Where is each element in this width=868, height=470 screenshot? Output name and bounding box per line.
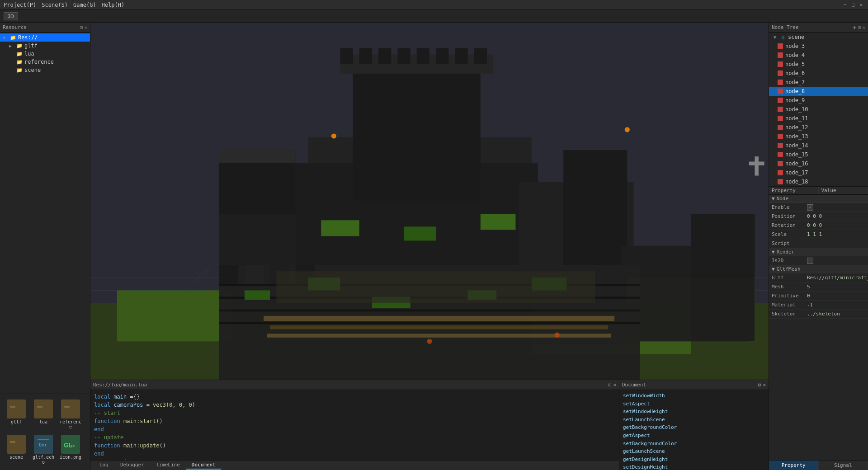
prop-value-gltf[interactable]: Res://gltf/minicraft_castl... <box>805 275 868 281</box>
node-item-4[interactable]: node_4 <box>769 51 868 60</box>
node-label: node_18 <box>785 179 808 185</box>
resource-icon-gltf-echo[interactable]: Ovr gltf.echo <box>31 433 56 466</box>
resource-close-icon[interactable]: ✕ <box>85 25 87 30</box>
node-item-18[interactable]: node_18 <box>769 177 868 186</box>
doc-expand-icon[interactable]: ⊡ <box>758 382 761 388</box>
svg-rect-5 <box>64 406 70 408</box>
viewport[interactable]: Res://gltf/minicraft_castle/minicraft_ca… <box>90 23 769 380</box>
node-item-8[interactable]: node_8 <box>769 87 868 96</box>
menu-project[interactable]: Project(P) <box>4 2 36 8</box>
prop-name-skeleton: Skeleton <box>769 311 805 317</box>
tab-timeline[interactable]: TimeLine <box>151 461 185 470</box>
prop-row-primitive: Primitive 0 <box>769 291 868 301</box>
node-item-3[interactable]: node_3 <box>769 42 868 51</box>
toolbar: 3D <box>0 10 868 23</box>
node-item-17[interactable]: node_17 <box>769 168 868 177</box>
menu-scene[interactable]: Scene(S) <box>42 2 68 8</box>
resource-icon-label: lua <box>39 419 47 424</box>
tree-item-scene[interactable]: 📁 scene <box>0 66 90 74</box>
is2d-checkbox[interactable] <box>807 258 813 264</box>
node-item-scene[interactable]: ▼ ◎ scene <box>769 33 868 42</box>
document-panel-title: Document <box>622 382 646 388</box>
node-item-10[interactable]: node_10 <box>769 105 868 114</box>
node-item-5[interactable]: node_5 <box>769 60 868 69</box>
tab-debugger[interactable]: Debugger <box>115 461 150 470</box>
node-item-6[interactable]: node_6 <box>769 69 868 78</box>
tree-item-gltf[interactable]: ▶ 📁 gltf <box>0 42 90 50</box>
resource-icon-gltf[interactable]: gltf <box>4 398 29 431</box>
resource-icon-lua[interactable]: lua <box>31 398 56 431</box>
prop-value-position[interactable]: 0 0 0 <box>805 213 868 219</box>
resource-icon-scene[interactable]: scene <box>4 433 29 466</box>
node-item-15[interactable]: node_15 <box>769 150 868 159</box>
node-label: node_13 <box>785 133 808 140</box>
svg-rect-63 <box>276 271 595 303</box>
doc-item[interactable]: setWindowHeight <box>623 408 765 416</box>
prop-col-property: Property <box>769 187 819 194</box>
maximize-button[interactable]: □ <box>850 2 856 8</box>
svg-rect-27 <box>117 291 232 342</box>
node-tree-expand-icon[interactable]: ⊡ <box>858 25 861 30</box>
node-item-11[interactable]: node_11 <box>769 114 868 123</box>
node-item-9[interactable]: node_9 <box>769 96 868 105</box>
prop-group-node[interactable]: ▼ Node <box>769 195 868 203</box>
doc-item[interactable]: setAspect <box>623 400 765 408</box>
resource-tree: ▼ 📁 Res:// ▶ 📁 gltf 📁 lua 📁 reference <box>0 33 90 394</box>
doc-item[interactable]: setDesignHeight <box>623 463 765 470</box>
prop-value-primitive[interactable]: 0 <box>805 293 868 299</box>
prop-name-enable: Enable <box>769 204 805 210</box>
tree-item-lua[interactable]: 📁 lua <box>0 50 90 58</box>
doc-item[interactable]: getAspect <box>623 432 765 440</box>
prop-group-render[interactable]: ▼ Render <box>769 248 868 256</box>
prop-group-gltfmesh[interactable]: ▼ GltfMesh <box>769 265 868 273</box>
view-3d-button[interactable]: 3D <box>4 12 18 20</box>
svg-rect-40 <box>397 48 410 64</box>
code-line: local cameraPos = vec3(0, 0, 0) <box>94 401 615 409</box>
prop-value-scale[interactable]: 1 1 1 <box>805 231 868 237</box>
doc-item[interactable]: setWindowWidth <box>623 392 765 400</box>
doc-item[interactable]: getDesignHeight <box>623 456 765 464</box>
menu-help[interactable]: Help(H) <box>102 2 125 8</box>
doc-item[interactable]: setLaunchScene <box>623 416 765 424</box>
doc-item[interactable]: getLaunchScene <box>623 447 765 456</box>
doc-close-icon[interactable]: ✕ <box>763 382 766 388</box>
prop-value-rotation[interactable]: 0 0 0 <box>805 222 868 228</box>
primitive-value: 0 <box>807 293 810 299</box>
node-item-16[interactable]: node_16 <box>769 159 868 168</box>
menu-game[interactable]: Game(G) <box>73 2 96 8</box>
doc-item[interactable]: setBackgroundColor <box>623 440 765 448</box>
resource-icon-label: reference <box>59 419 82 429</box>
tab-property[interactable]: Property <box>769 461 819 470</box>
tree-item-label: gltf <box>24 42 38 49</box>
svg-rect-38 <box>359 48 372 64</box>
mesh-icon <box>777 115 783 122</box>
node-item-7[interactable]: node_7 <box>769 78 868 87</box>
prop-row-material: Material -1 <box>769 301 868 310</box>
tab-signal[interactable]: Signal <box>819 461 868 470</box>
prop-value-skeleton[interactable]: ../skeleton <box>805 311 868 317</box>
code-close-icon[interactable]: ✕ <box>613 382 616 388</box>
minimize-button[interactable]: ─ <box>842 2 848 8</box>
code-editor[interactable]: local main ={} local cameraPos = vec3(0,… <box>90 390 619 460</box>
node-tree-title: Node Tree <box>772 24 799 30</box>
close-button[interactable]: ✕ <box>858 2 864 8</box>
castle-viewport-svg <box>90 23 769 380</box>
node-item-12[interactable]: node_12 <box>769 123 868 132</box>
node-add-button[interactable]: + <box>853 24 856 31</box>
resource-icon-reference[interactable]: reference <box>58 398 83 431</box>
resource-icon-icon-png[interactable]: GL TF icon.png <box>58 433 83 466</box>
svg-rect-66 <box>481 214 516 230</box>
tab-log[interactable]: Log <box>94 461 114 470</box>
prop-value-mesh[interactable]: 5 <box>805 284 868 290</box>
tree-item-reference[interactable]: 📁 reference <box>0 58 90 66</box>
node-item-13[interactable]: node_13 <box>769 132 868 141</box>
prop-value-material[interactable]: -1 <box>805 302 868 308</box>
code-expand-icon[interactable]: ⊡ <box>609 382 612 388</box>
node-tree-close-icon[interactable]: ✕ <box>863 25 865 30</box>
enable-checkbox[interactable] <box>807 204 813 211</box>
resource-expand-icon[interactable]: ⊡ <box>80 25 83 30</box>
doc-item[interactable]: getBackgroundColor <box>623 423 765 432</box>
tree-item-res-root[interactable]: ▼ 📁 Res:// <box>0 33 90 42</box>
node-item-14[interactable]: node_14 <box>769 141 868 150</box>
tab-document[interactable]: Document <box>186 461 221 470</box>
